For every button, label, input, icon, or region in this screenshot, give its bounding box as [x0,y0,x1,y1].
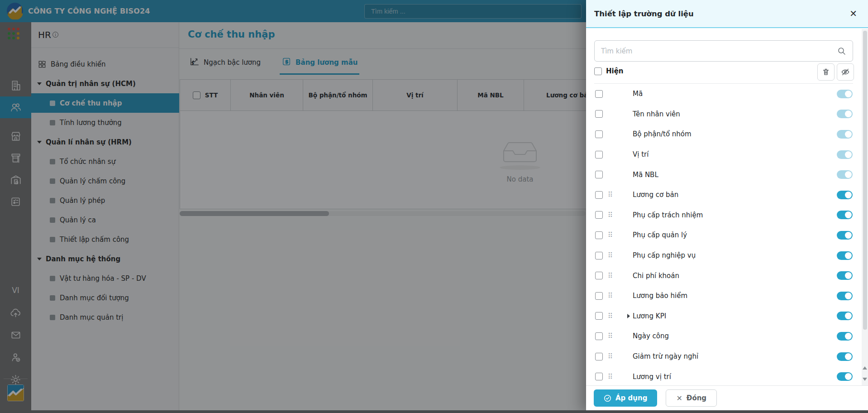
drag-handle-icon[interactable]: ⠿ [608,292,613,300]
field-settings-panel: Thiết lập trường dữ liệu ✕ Hiện MãTên nh… [586,0,868,413]
field-visibility-toggle[interactable] [837,332,853,341]
field-checkbox[interactable] [595,292,603,300]
drag-handle-icon[interactable]: ⠿ [608,332,613,340]
field-visibility-toggle[interactable] [837,352,853,361]
field-label: Lương bảo hiểm [633,292,687,300]
field-visibility-toggle[interactable] [837,372,853,381]
drag-handle-icon[interactable]: ⠿ [608,352,613,360]
field-row-9: ⠿Chi phí khoán [594,265,853,286]
field-label: Phụ cấp trách nhiệm [633,211,703,219]
close-icon[interactable]: ✕ [849,9,857,18]
drag-handle-icon[interactable]: ⠿ [608,211,613,219]
field-row-6: ⠿Phụ cấp trách nhiệm [594,205,853,226]
panel-header: Thiết lập trường dữ liệu ✕ [586,0,868,28]
field-checkbox[interactable] [595,272,603,279]
drag-handle-icon[interactable]: ⠿ [608,191,613,199]
field-visibility-toggle[interactable] [837,251,853,260]
panel-title: Thiết lập trường dữ liệu [594,10,694,18]
field-label: Phụ cấp quản lý [633,231,687,239]
drag-handle-icon[interactable]: ⠿ [608,251,613,259]
field-visibility-toggle[interactable] [837,292,853,300]
field-row-7: ⠿Phụ cấp quản lý [594,225,853,245]
field-label: Mã [633,90,643,98]
field-row-4: Mã NBL [594,164,853,185]
field-checkbox[interactable] [595,312,603,320]
field-search-input[interactable] [601,47,837,55]
window-bottom-edge [0,410,868,413]
field-label: Ngày công [633,332,669,340]
field-label: Tên nhân viên [633,110,680,118]
hide-fields-button[interactable] [837,63,854,81]
field-visibility-toggle[interactable] [837,150,853,159]
field-label: Bộ phận/tổ nhóm [633,130,692,138]
field-label: Phụ cấp nghiệp vụ [633,251,696,259]
drag-handle-icon[interactable]: ⠿ [608,312,613,320]
field-row-5: ⠿Lương cơ bản [594,185,853,205]
panel-scrollbar[interactable] [862,29,868,385]
field-label: Lương cơ bản [633,191,678,199]
modal-overlay[interactable] [0,0,586,413]
field-checkbox[interactable] [595,130,603,138]
field-visibility-toggle[interactable] [837,231,853,240]
close-button[interactable]: ✕ Đóng [666,389,717,407]
field-search [594,40,853,62]
delete-fields-button[interactable] [817,63,835,81]
check-circle-icon [604,394,611,402]
field-label: Mã NBL [633,171,658,179]
select-all-label: Hiện [606,67,624,75]
trash-icon [822,68,830,76]
field-row-14: ⠿Lương vị trí [594,366,853,387]
field-row-12: ⠿Ngày công [594,326,853,346]
app-window: CÔNG TY CÔNG NGHỆ BISO24 VI [0,0,868,413]
scroll-up-icon[interactable] [863,366,867,370]
field-checkbox[interactable] [595,110,603,118]
panel-footer: Áp dụng ✕ Đóng [586,385,868,410]
field-label: Giảm trừ ngày nghỉ [633,352,698,360]
apply-button[interactable]: Áp dụng [594,389,657,407]
drag-handle-icon[interactable]: ⠿ [608,231,613,239]
field-row-3: Vị trí [594,144,853,165]
field-row-10: ⠿Lương bảo hiểm [594,286,853,306]
field-row-11: ⠿Lương KPI [594,306,853,327]
field-visibility-toggle[interactable] [837,90,853,98]
field-checkbox[interactable] [595,231,603,239]
field-row-13: ⠿Giảm trừ ngày nghỉ [594,346,853,367]
drag-handle-icon[interactable]: ⠿ [608,272,613,280]
field-checkbox[interactable] [595,373,603,380]
field-visibility-toggle[interactable] [837,271,853,280]
field-label: Vị trí [633,150,649,158]
field-row-0: Mã [594,84,853,104]
field-checkbox[interactable] [595,211,603,219]
expand-chevron-icon[interactable] [627,314,630,318]
field-checkbox[interactable] [595,191,603,199]
panel-scrollbar-thumb[interactable] [863,31,867,330]
select-all-row: Hiện [594,67,624,75]
search-icon[interactable] [837,47,846,56]
field-label: Chi phí khoán [633,272,679,280]
x-icon: ✕ [676,394,682,403]
eye-off-icon [841,67,850,77]
field-visibility-toggle[interactable] [837,110,853,118]
field-row-1: Tên nhân viên [594,104,853,125]
field-checkbox[interactable] [595,332,603,340]
field-label: Lương KPI [633,312,666,320]
field-row-2: Bộ phận/tổ nhóm [594,124,853,144]
field-checkbox[interactable] [595,252,603,259]
field-visibility-toggle[interactable] [837,191,853,199]
field-list: MãTên nhân viênBộ phận/tổ nhómVị tríMã N… [594,84,853,387]
field-checkbox[interactable] [595,171,603,178]
field-checkbox[interactable] [595,90,603,98]
scroll-down-icon[interactable] [863,378,867,381]
field-visibility-toggle[interactable] [837,170,853,179]
field-label: Lương vị trí [633,373,671,381]
field-visibility-toggle[interactable] [837,312,853,320]
field-checkbox[interactable] [595,151,603,158]
field-visibility-toggle[interactable] [837,211,853,219]
select-all-checkbox[interactable] [594,67,602,75]
field-visibility-toggle[interactable] [837,130,853,139]
field-checkbox[interactable] [595,353,603,360]
field-row-8: ⠿Phụ cấp nghiệp vụ [594,245,853,266]
drag-handle-icon[interactable]: ⠿ [608,373,613,381]
